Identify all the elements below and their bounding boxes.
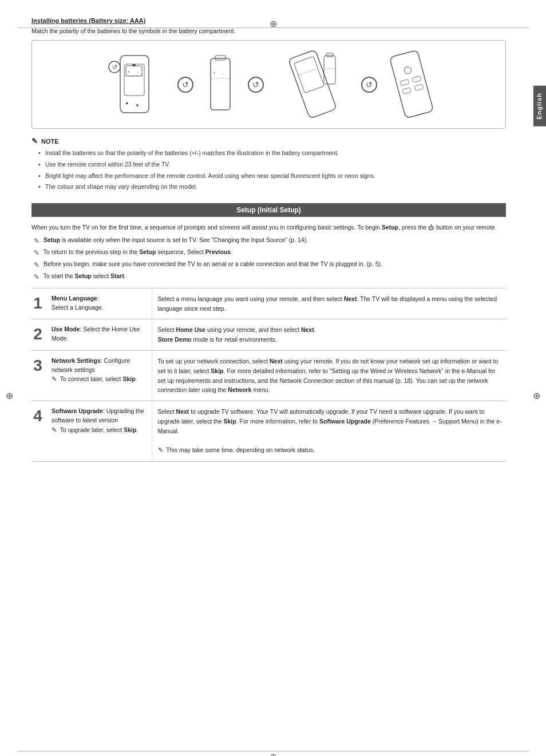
note-item-2: Use the remote control within 23 feet of…: [37, 160, 506, 169]
svg-rect-27: [414, 84, 424, 90]
setup-header-bar: Setup (Initial Setup): [31, 203, 506, 217]
setup-note-icon-1: ✎: [34, 236, 39, 246]
setup-note-line-3: ✎ Before you begin, make sure you have c…: [31, 260, 506, 270]
svg-rect-24: [400, 79, 409, 85]
setup-note-text-2: To return to the previous step in the Se…: [42, 248, 232, 257]
step-row-3: 3 Network Settings: Configure network se…: [31, 350, 506, 401]
step-note-icon-4b: ✎: [158, 446, 163, 453]
svg-rect-26: [402, 87, 412, 93]
svg-line-18: [298, 68, 318, 75]
arrow-circle-3: ↺: [361, 77, 377, 93]
battery-step-4: [389, 47, 434, 122]
note-header: ✎ NOTE: [31, 137, 506, 145]
step-title-3: Network Settings: [52, 357, 101, 364]
side-tab-english: English: [533, 86, 546, 126]
note-section: ✎ NOTE Install the batteries so that the…: [31, 137, 506, 192]
svg-text:-: -: [222, 70, 224, 76]
step-right-2: Select Home Use using your remote, and t…: [152, 319, 506, 351]
page-top-line: [17, 27, 529, 28]
step-left-4: Software Upgrade: Upgrading the software…: [49, 401, 152, 462]
reg-mark-bottom: ⊕: [270, 753, 277, 756]
step-left-3: Network Settings: Configure network sett…: [49, 350, 152, 401]
svg-rect-11: [211, 58, 230, 110]
svg-point-23: [403, 66, 412, 74]
step-num-3: 3: [31, 350, 49, 401]
step-left-1: Menu Language: Select a Language.: [49, 288, 152, 319]
battery-illustration-box: ↺ + - ▲ ▼ ↺: [31, 40, 506, 129]
step-row-1: 1 Menu Language: Select a Language. Sele…: [31, 288, 506, 319]
svg-text:▼: ▼: [135, 103, 140, 108]
step-right-4: Select Next to upgrade TV software. Your…: [152, 401, 506, 462]
step-right-3: To set up your network connection, selec…: [152, 350, 506, 401]
step-title-1: Menu Language: [52, 295, 97, 302]
svg-text:▲: ▲: [125, 100, 129, 105]
note-list: Install the batteries so that the polari…: [31, 149, 506, 192]
main-content: Installing batteries (Battery size: AAA)…: [31, 17, 515, 462]
battery-section-subtitle: Match the polarity of the batteries to t…: [31, 27, 506, 34]
setup-note-text-4: To start the Setup select Start.: [42, 272, 126, 281]
svg-rect-6: [132, 64, 136, 66]
battery-images: ↺ + - ▲ ▼ ↺: [103, 47, 434, 122]
arrow-circle-2: ↺: [248, 77, 264, 93]
svg-rect-22: [390, 50, 434, 118]
note-header-label: NOTE: [41, 138, 59, 145]
setup-note-text-3: Before you begin, make sure you have con…: [42, 260, 382, 269]
svg-rect-19: [324, 56, 335, 84]
battery-step-2: + -: [205, 47, 236, 122]
step-num-2: 2: [31, 319, 49, 351]
step-num-1: 1: [31, 288, 49, 319]
battery-section-title: Installing batteries (Battery size: AAA): [31, 17, 506, 24]
step-left-2: Use Mode: Select the Home Use Mode.: [49, 319, 152, 351]
step-row-2: 2 Use Mode: Select the Home Use Mode. Se…: [31, 319, 506, 351]
svg-text:+: +: [213, 70, 216, 76]
note-pencil-icon: ✎: [31, 137, 38, 145]
note-item-1: Install the batteries so that the polari…: [37, 149, 506, 158]
battery-step-3: [275, 47, 350, 122]
arrow-circle-1: ↺: [177, 77, 193, 93]
svg-rect-25: [412, 76, 421, 82]
steps-table: 1 Menu Language: Select a Language. Sele…: [31, 288, 506, 462]
setup-note-icon-4: ✎: [34, 272, 39, 282]
setup-note-line-1: ✎ Setup is available only when the input…: [31, 236, 506, 246]
battery-step-1: ↺ + - ▲ ▼: [103, 47, 166, 122]
reg-mark-left: ⊕: [6, 390, 13, 401]
step-note-icon-3: ✎: [52, 375, 57, 382]
svg-text:-: -: [137, 69, 139, 74]
setup-note-icon-2: ✎: [34, 248, 39, 258]
svg-rect-12: [215, 56, 225, 60]
svg-text:↺: ↺: [112, 64, 117, 70]
step-subtitle-1: Select a Language.: [52, 304, 104, 311]
svg-text:+: +: [127, 69, 130, 74]
setup-note-line-2: ✎ To return to the previous step in the …: [31, 248, 506, 258]
setup-section: Setup (Initial Setup) When you turn the …: [31, 203, 506, 462]
reg-mark-right: ⊕: [533, 390, 540, 401]
page: ⊕ ⊕ ⊕ ⊕ English Installing batteries (Ba…: [0, 17, 546, 756]
step-title-2: Use Mode: [52, 326, 80, 333]
step-note-icon-4: ✎: [52, 426, 57, 433]
step-num-4: 4: [31, 401, 49, 462]
page-bottom-line: [17, 751, 529, 751]
setup-note-icon-3: ✎: [34, 260, 39, 270]
step-title-4: Software Upgrade: [52, 407, 103, 414]
setup-note-text-1: Setup is available only when the input s…: [42, 236, 308, 245]
svg-rect-20: [326, 53, 333, 57]
setup-note-line-4: ✎ To start the Setup select Start.: [31, 272, 506, 282]
note-item-4: The colour and shape may vary depending …: [37, 183, 506, 192]
setup-intro: When you turn the TV on for the first ti…: [31, 223, 506, 232]
note-item-3: Bright light may affect the performance …: [37, 172, 506, 181]
step-right-1: Select a menu language you want using yo…: [152, 288, 506, 319]
step-row-4: 4 Software Upgrade: Upgrading the softwa…: [31, 401, 506, 462]
